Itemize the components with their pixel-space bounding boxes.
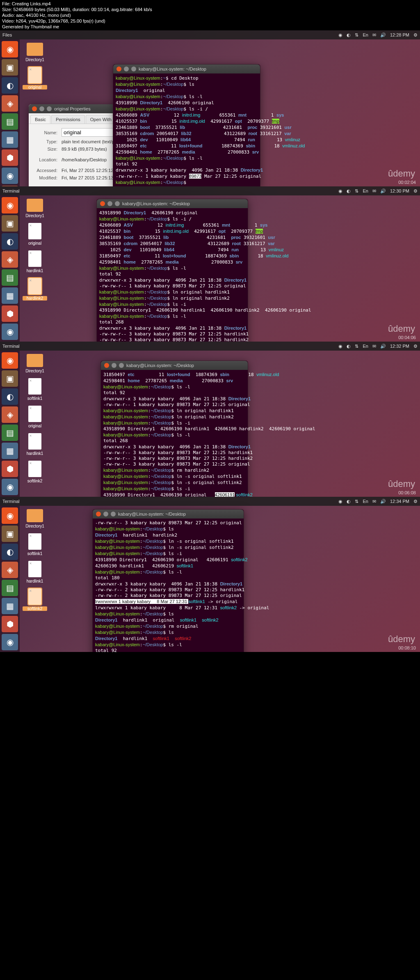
- tray-icon[interactable]: ◉: [338, 32, 342, 38]
- tray-icon[interactable]: ◐: [347, 188, 351, 194]
- tray-gear-icon[interactable]: ⚙: [413, 188, 418, 194]
- launcher-item[interactable]: ◉: [2, 168, 18, 184]
- desktop-icon-softlink1[interactable]: softlink1: [23, 533, 47, 556]
- launcher-item[interactable]: ▣: [2, 370, 18, 387]
- close-icon[interactable]: [100, 201, 105, 206]
- launcher-item[interactable]: ⬢: [2, 616, 18, 632]
- launcher-item[interactable]: ◈: [2, 95, 18, 112]
- tab-permissions[interactable]: Permissions: [51, 115, 85, 124]
- close-icon[interactable]: [104, 363, 109, 368]
- terminal-output[interactable]: 43918990 Directory1 42606190 original ka…: [97, 208, 248, 342]
- tray-mail-icon[interactable]: ✉: [372, 344, 376, 349]
- terminal-titlebar[interactable]: kabary@Linux-system: ~/Desktop: [101, 361, 248, 370]
- desktop-icon-softlink1[interactable]: softlink1: [23, 378, 47, 401]
- minimize-icon[interactable]: [112, 363, 116, 368]
- tray-gear-icon[interactable]: ⚙: [413, 344, 418, 349]
- minimize-icon[interactable]: [124, 67, 129, 71]
- minimize-icon[interactable]: [39, 106, 44, 111]
- desktop-icon-Directory1[interactable]: Directory1: [23, 199, 47, 218]
- tray-icon[interactable]: ⇅: [355, 344, 358, 349]
- desktop-icon-Directory1[interactable]: Directory1: [23, 354, 47, 373]
- launcher-item[interactable]: ▣: [2, 59, 18, 76]
- desktop-icon-hardlink1[interactable]: hardlink1: [23, 561, 47, 583]
- launcher-item[interactable]: ◉: [2, 197, 18, 213]
- tray-mail-icon[interactable]: ✉: [372, 32, 376, 38]
- clock[interactable]: 12:34 PM: [390, 499, 409, 504]
- launcher-item[interactable]: ▣: [2, 526, 18, 542]
- launcher-item[interactable]: ◈: [2, 251, 18, 268]
- desktop-icon-original[interactable]: original: [23, 406, 47, 428]
- tray-lang[interactable]: En: [363, 32, 368, 37]
- terminal-titlebar[interactable]: kabary@Linux-system: ~/Desktop: [97, 199, 248, 208]
- launcher-item[interactable]: ◉: [2, 352, 18, 369]
- desktop-icon-Directory1[interactable]: Directory1: [23, 509, 47, 528]
- tray-icon[interactable]: ⇅: [355, 32, 358, 38]
- tab-basic[interactable]: Basic: [30, 115, 50, 124]
- tray-icon[interactable]: ◐: [347, 32, 351, 38]
- tray-lang[interactable]: En: [363, 188, 368, 193]
- maximize-icon[interactable]: [47, 106, 52, 111]
- launcher-item[interactable]: ◈: [2, 562, 18, 578]
- tray-mail-icon[interactable]: ✉: [372, 499, 376, 504]
- desktop-icon-softlink2[interactable]: softlink2: [23, 461, 47, 483]
- desktop-icon-softlink2[interactable]: softlink2: [23, 588, 47, 611]
- launcher-item[interactable]: ◉: [2, 507, 18, 524]
- desktop-icon-original[interactable]: original: [23, 67, 47, 90]
- tray-lang[interactable]: En: [363, 499, 368, 504]
- launcher-item[interactable]: ▦: [2, 598, 18, 614]
- launcher-item[interactable]: ◉: [2, 41, 18, 57]
- tray-lang[interactable]: En: [363, 344, 368, 349]
- terminal-output[interactable]: kabary@Linux-system:~$ cd Desktop kabary…: [113, 73, 260, 186]
- launcher-item[interactable]: ◐: [2, 388, 18, 405]
- launcher-item[interactable]: ▦: [2, 287, 18, 304]
- tray-mail-icon[interactable]: ✉: [372, 188, 376, 194]
- launcher-item[interactable]: ▤: [2, 425, 18, 441]
- maximize-icon[interactable]: [115, 201, 120, 206]
- clock[interactable]: 12:30 PM: [390, 188, 409, 193]
- tray-volume-icon[interactable]: 🔊: [380, 344, 386, 349]
- close-icon[interactable]: [32, 106, 37, 111]
- launcher-item[interactable]: ◈: [2, 406, 18, 423]
- tray-icon[interactable]: ◉: [338, 188, 342, 194]
- launcher-item[interactable]: ⬢: [2, 461, 18, 477]
- launcher-item[interactable]: ▦: [2, 131, 18, 148]
- launcher-item[interactable]: ▤: [2, 269, 18, 286]
- tray-volume-icon[interactable]: 🔊: [380, 188, 386, 194]
- tray-icon[interactable]: ◉: [338, 499, 342, 504]
- clock[interactable]: 12:32 PM: [390, 344, 409, 349]
- minimize-icon[interactable]: [103, 512, 108, 516]
- maximize-icon[interactable]: [119, 363, 124, 368]
- launcher-item[interactable]: ◐: [2, 233, 18, 250]
- maximize-icon[interactable]: [131, 67, 136, 71]
- desktop-icon-original[interactable]: original: [23, 223, 47, 246]
- tray-volume-icon[interactable]: 🔊: [380, 499, 386, 504]
- launcher-item[interactable]: ▣: [2, 215, 18, 232]
- tray-icon[interactable]: ◐: [347, 344, 351, 349]
- tray-icon[interactable]: ◉: [338, 344, 342, 349]
- launcher-item[interactable]: ◉: [2, 324, 18, 340]
- launcher-item[interactable]: ⬢: [2, 305, 18, 322]
- desktop-icon-hardlink1[interactable]: hardlink1: [23, 250, 47, 273]
- tray-gear-icon[interactable]: ⚙: [413, 499, 418, 504]
- launcher-item[interactable]: ▤: [2, 580, 18, 596]
- maximize-icon[interactable]: [111, 512, 116, 516]
- terminal-output[interactable]: -rw-rw-r-- 3 kabary kabary 89873 Mar 27 …: [93, 519, 244, 652]
- close-icon[interactable]: [116, 67, 121, 71]
- desktop-icon-hardlink2[interactable]: hardlink2: [23, 278, 47, 301]
- terminal-titlebar[interactable]: kabary@Linux-system: ~/Desktop: [113, 64, 260, 73]
- launcher-item[interactable]: ◐: [2, 544, 18, 560]
- desktop-icon-hardlink1[interactable]: hardlink1: [23, 433, 47, 456]
- launcher-item[interactable]: ◐: [2, 77, 18, 94]
- terminal-titlebar[interactable]: kabary@Linux-system: ~/Desktop: [93, 510, 244, 519]
- close-icon[interactable]: [96, 512, 101, 516]
- launcher-item[interactable]: ⬢: [2, 149, 18, 166]
- tray-volume-icon[interactable]: 🔊: [380, 32, 386, 38]
- launcher-item[interactable]: ◉: [2, 479, 18, 495]
- tab-openwith[interactable]: Open With: [86, 115, 116, 124]
- tray-icon[interactable]: ◐: [347, 499, 351, 504]
- launcher-item[interactable]: ◉: [2, 634, 18, 650]
- terminal-output[interactable]: 31850497 etc 11 lost+found 18874369 sbin…: [101, 370, 248, 497]
- launcher-item[interactable]: ▤: [2, 113, 18, 130]
- minimize-icon[interactable]: [107, 201, 112, 206]
- desktop-icon-Directory1[interactable]: Directory1: [23, 43, 47, 62]
